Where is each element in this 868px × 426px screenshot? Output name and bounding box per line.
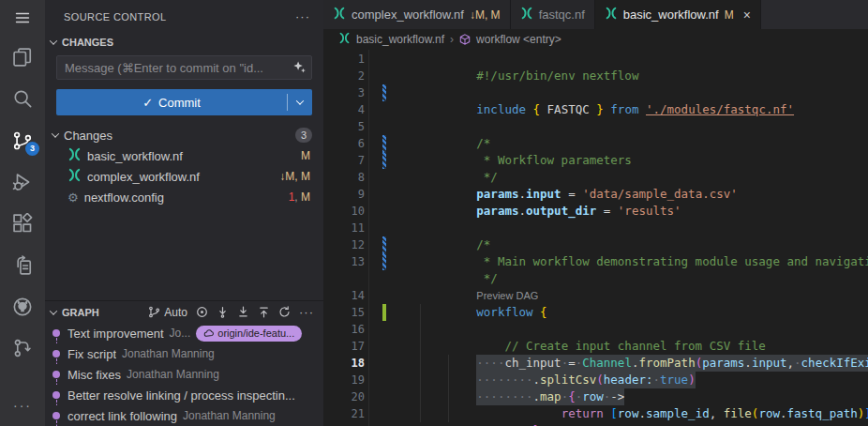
line-content[interactable]: } bbox=[392, 405, 540, 422]
line-content[interactable]: */ bbox=[392, 152, 498, 169]
changes-section-header[interactable]: CHANGES bbox=[45, 33, 323, 52]
git-graph-icon[interactable] bbox=[0, 327, 45, 369]
commit-row[interactable]: Fix script Jonathan Manning bbox=[45, 343, 323, 364]
line-number[interactable]: 17 bbox=[323, 338, 365, 355]
line-content[interactable]: */ bbox=[392, 253, 498, 270]
line-number[interactable]: 8 bbox=[323, 169, 365, 186]
graph-auto-button[interactable]: Auto bbox=[148, 306, 187, 319]
panel-more-icon[interactable]: ··· bbox=[295, 9, 310, 23]
code-line[interactable]: 17 ····ch_input·=·Channel.fromPath(param… bbox=[323, 338, 868, 355]
target-icon[interactable] bbox=[196, 306, 208, 318]
code-line[interactable]: 16 // Create input channel from CSV file bbox=[323, 321, 868, 338]
code-line[interactable]: 21 } bbox=[323, 405, 868, 422]
line-content[interactable]: return [row.sample_id, file(row.fastq_pa… bbox=[392, 388, 868, 405]
code-line[interactable]: 5 /* bbox=[323, 118, 868, 135]
activity-more-icon[interactable]: ··· bbox=[0, 385, 45, 426]
close-icon[interactable]: × bbox=[743, 8, 751, 23]
line-content[interactable] bbox=[392, 68, 476, 84]
line-number[interactable]: 16 bbox=[323, 321, 365, 338]
line-content[interactable]: Preview DAG bbox=[392, 270, 538, 287]
line-content[interactable]: ····ch_input·=·Channel.fromPath(params.i… bbox=[392, 338, 868, 355]
commit-row[interactable]: Misc fixes Jonathan Manning bbox=[45, 364, 323, 385]
graph-section-header[interactable]: GRAPH Auto ··· bbox=[45, 300, 323, 323]
code-line[interactable]: 6 * Workflow parameters bbox=[323, 135, 868, 152]
line-number[interactable]: 6 bbox=[323, 135, 365, 152]
line-number[interactable]: 9 bbox=[323, 186, 365, 203]
code-line[interactable]: 9 params.output_dir = 'results' bbox=[323, 186, 868, 203]
source-control-icon[interactable]: 3 bbox=[0, 119, 45, 160]
code-editor[interactable]: 1 #!/usr/bin/env nextflow 2 3 bbox=[323, 50, 868, 426]
line-content[interactable]: .view { sample -> "Sample: ${sample}" } bbox=[392, 422, 808, 426]
pull-icon[interactable] bbox=[237, 306, 249, 318]
line-content[interactable]: * Main workflow demonstrating module usa… bbox=[392, 236, 868, 253]
code-line[interactable]: 18 ········.splitCsv(header:·true) bbox=[323, 355, 868, 372]
code-line[interactable]: 3 include { FASTQC } from './modules/fas… bbox=[323, 84, 868, 101]
line-content[interactable]: workflow { bbox=[392, 287, 547, 304]
code-line[interactable]: 13 */ bbox=[323, 253, 868, 270]
line-content[interactable] bbox=[392, 203, 476, 220]
line-number[interactable]: 14 bbox=[323, 287, 365, 304]
line-number[interactable]: 3 bbox=[323, 84, 365, 101]
line-content[interactable]: /* bbox=[392, 220, 490, 236]
run-debug-icon[interactable] bbox=[0, 161, 45, 203]
commit-row[interactable]: Text improvement Jo... origin/ide-featu.… bbox=[45, 323, 323, 343]
code-line[interactable]: 8 params.input = 'data/sample_data.csv' bbox=[323, 169, 868, 186]
code-line[interactable]: 11 /* bbox=[323, 220, 868, 236]
code-line[interactable]: Preview DAG bbox=[323, 270, 868, 287]
line-number[interactable]: 11 bbox=[323, 220, 365, 236]
line-number[interactable] bbox=[323, 270, 365, 287]
code-line[interactable]: 15 bbox=[323, 304, 868, 321]
line-number[interactable]: 1 bbox=[323, 51, 365, 68]
menu-icon[interactable] bbox=[0, 0, 45, 37]
line-number[interactable]: 22 bbox=[323, 422, 365, 426]
line-number[interactable]: 19 bbox=[323, 372, 365, 388]
search-icon[interactable] bbox=[0, 78, 45, 119]
code-line[interactable]: 22 .view { sample -> "Sample: ${sample}"… bbox=[323, 422, 868, 426]
breadcrumb-symbol[interactable]: workflow <entry> bbox=[476, 33, 561, 46]
line-content[interactable]: ········.splitCsv(header:·true) bbox=[392, 355, 696, 372]
code-line[interactable]: 2 bbox=[323, 68, 868, 84]
line-number[interactable]: 20 bbox=[323, 388, 365, 405]
branch-ref-badge[interactable]: origin/ide-featu... bbox=[196, 326, 302, 342]
code-line[interactable]: 14 workflow { bbox=[323, 287, 868, 304]
line-content[interactable]: ········.map·{·row·-> bbox=[392, 372, 624, 388]
code-line[interactable]: 1 #!/usr/bin/env nextflow bbox=[323, 51, 868, 68]
line-number[interactable]: 15 bbox=[323, 304, 365, 321]
code-line[interactable]: 20 return [row.sample_id, file(row.fastq… bbox=[323, 388, 868, 405]
graph-more-icon[interactable]: ··· bbox=[299, 305, 314, 319]
code-line[interactable]: 19 ········.map·{·row·-> bbox=[323, 372, 868, 388]
changed-file-row[interactable]: complex_workflow.nf ↓M, M bbox=[45, 166, 323, 187]
editor-tab[interactable]: basic_workflow.nf M × bbox=[595, 0, 761, 29]
line-content[interactable]: params.output_dir = 'results' bbox=[392, 186, 681, 203]
code-line[interactable]: 4 bbox=[323, 101, 868, 118]
line-number[interactable]: 2 bbox=[323, 68, 365, 84]
explorer-icon[interactable] bbox=[0, 37, 45, 78]
commit-button-main[interactable]: ✓ Commit bbox=[56, 89, 287, 115]
line-content[interactable]: * Workflow parameters bbox=[392, 135, 632, 152]
line-number[interactable]: 10 bbox=[323, 203, 365, 220]
line-content[interactable]: params.input = 'data/sample_data.csv' bbox=[392, 169, 738, 186]
refresh-icon[interactable] bbox=[278, 306, 291, 318]
line-content[interactable] bbox=[392, 101, 476, 118]
commit-row[interactable]: Better resolve linking / process inspect… bbox=[45, 385, 323, 405]
line-content[interactable]: include { FASTQC } from './modules/fastq… bbox=[392, 84, 794, 101]
changes-tree-header[interactable]: Changes 3 bbox=[45, 125, 323, 145]
commit-dropdown-button[interactable] bbox=[288, 89, 312, 115]
line-number[interactable]: 13 bbox=[323, 253, 365, 270]
line-number[interactable]: 21 bbox=[323, 405, 365, 422]
line-number[interactable]: 5 bbox=[323, 118, 365, 135]
fetch-icon[interactable] bbox=[217, 306, 229, 318]
sparkle-icon[interactable] bbox=[292, 60, 307, 78]
line-number[interactable]: 18 bbox=[323, 355, 365, 372]
extensions-icon[interactable] bbox=[0, 203, 45, 244]
github-icon[interactable] bbox=[0, 286, 45, 327]
commit-row[interactable]: correct link following Jonathan Manning bbox=[45, 405, 323, 426]
changed-file-row[interactable]: basic_workflow.nf M bbox=[45, 145, 323, 166]
breadcrumb-file[interactable]: basic_workflow.nf bbox=[356, 33, 444, 46]
line-number[interactable]: 7 bbox=[323, 152, 365, 169]
line-content[interactable]: // Create input channel from CSV file bbox=[392, 321, 766, 338]
changed-file-row[interactable]: ⚙ nextflow.config 1, M bbox=[45, 187, 323, 207]
code-line[interactable]: 12 * Main workflow demonstrating module … bbox=[323, 236, 868, 253]
code-line[interactable]: 10 bbox=[323, 203, 868, 220]
line-number[interactable]: 12 bbox=[323, 236, 365, 253]
